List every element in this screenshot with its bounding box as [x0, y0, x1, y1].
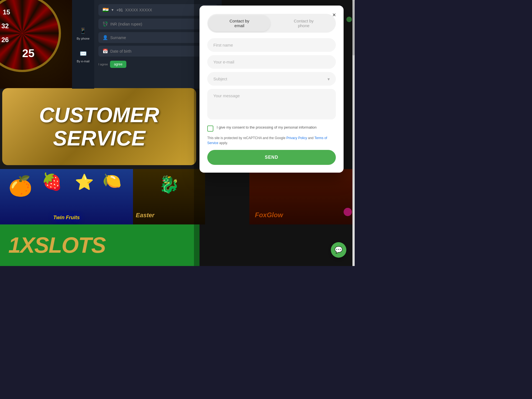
currency-icon: 💱 — [103, 21, 108, 27]
subject-wrapper: Subject ▾ — [207, 72, 336, 86]
phone-placeholder: XXXXX XXXXX — [125, 8, 152, 12]
lemon-icon: 🍋 — [103, 172, 122, 190]
raspberry-icon: 🍓 — [42, 172, 62, 191]
roulette-number-25: 25 — [22, 47, 35, 60]
scrollbar-track[interactable] — [352, 0, 355, 266]
currency-label: INR (Indian rupee) — [110, 22, 142, 26]
recaptcha-notice: This site is protected by reCAPTCHA and … — [207, 135, 336, 145]
dragon-icon: 🐉 — [159, 175, 180, 194]
phone-icon: 📱 — [78, 26, 88, 36]
by-phone-option[interactable]: 📱 By phone — [77, 26, 89, 40]
tab-contact-by-phone[interactable]: Contact by phone — [273, 15, 334, 31]
fruit-icon: 🍊 — [8, 175, 32, 197]
scrollbar-thumb[interactable] — [352, 0, 355, 55]
agree-text: I agree — [98, 63, 108, 66]
roulette-number-26: 26 — [1, 36, 9, 44]
consent-row: I give my consent to the processing of m… — [207, 125, 336, 132]
star-icon: ⭐ — [75, 173, 94, 191]
dob-placeholder: Date of birth — [110, 49, 131, 53]
dropdown-arrow: ▼ — [111, 8, 114, 12]
contact-type-sidebar: 📱 By phone ✉️ By e-mail — [72, 0, 94, 89]
easter-title: Easter — [136, 212, 154, 219]
first-name-field[interactable] — [207, 38, 336, 52]
contact-modal: × Contact by email Contact by phone Subj… — [200, 6, 344, 173]
twin-fruits-title: Twin Fruits — [53, 215, 80, 220]
roulette-number-32: 32 — [1, 22, 9, 30]
country-code: +91 — [116, 8, 123, 12]
email-field[interactable] — [207, 55, 336, 69]
roulette-background: 15 32 26 25 — [0, 0, 72, 89]
consent-checkbox[interactable] — [207, 126, 213, 132]
privacy-policy-link[interactable]: Privacy Policy — [286, 136, 307, 140]
surname-placeholder: Surname — [110, 35, 126, 40]
customer-service-banner: CUSTOMER SERVICE — [2, 88, 196, 165]
chat-icon: 💬 — [334, 246, 343, 254]
xslots-banner: 1XSLOTS — [0, 224, 200, 266]
calendar-icon: 📅 — [103, 48, 108, 54]
xslots-brand-text: 1XSLOTS — [8, 232, 106, 258]
consent-text: I give my consent to the processing of m… — [217, 125, 317, 130]
tab-contact-by-email[interactable]: Contact by email — [209, 15, 270, 31]
send-button[interactable]: SEND — [207, 150, 336, 165]
user-icon: 👤 — [103, 35, 108, 40]
chat-bubble-button[interactable]: 💬 — [331, 242, 346, 258]
flag-icon: 🇮🇳 — [103, 7, 109, 13]
email-icon: ✉️ — [78, 48, 88, 58]
subject-select[interactable]: Subject — [207, 72, 336, 86]
customer-service-text: CUSTOMER SERVICE — [39, 103, 159, 150]
contact-tabs: Contact by email Contact by phone — [207, 14, 336, 33]
twin-fruits-game[interactable]: Twin Fruits 🍊 🍓 ⭐ 🍋 — [0, 169, 133, 224]
by-email-label: By e-mail — [77, 60, 89, 63]
message-field[interactable] — [207, 89, 336, 119]
close-icon: × — [332, 11, 336, 19]
roulette-number-15: 15 — [3, 8, 10, 16]
modal-close-button[interactable]: × — [329, 10, 339, 20]
agree-button[interactable]: agree — [110, 61, 126, 68]
by-phone-label: By phone — [77, 37, 89, 40]
by-email-option[interactable]: ✉️ By e-mail — [77, 48, 89, 63]
